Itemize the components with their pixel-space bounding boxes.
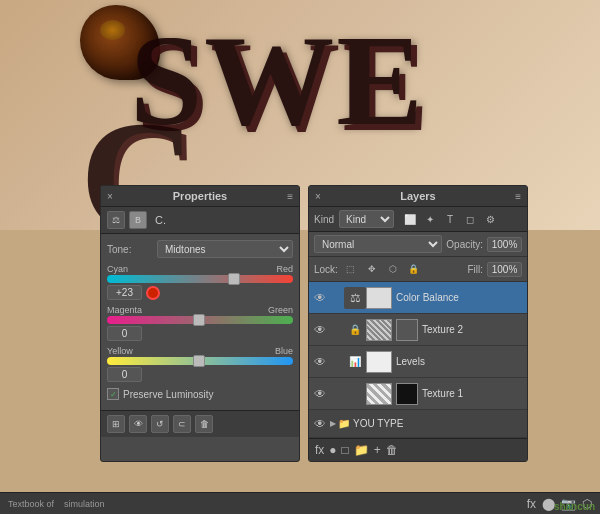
properties-c-label: C. xyxy=(155,214,166,226)
layer-visibility-color-balance[interactable]: 👁 xyxy=(313,291,327,305)
properties-panel: × Properties ≡ ⚖ B C. Tone: Midtones Cya… xyxy=(100,185,300,462)
tone-label: Tone: xyxy=(107,244,157,255)
properties-close-icon[interactable]: × xyxy=(107,191,113,202)
cyan-red-section: Cyan Red xyxy=(107,264,293,300)
b-icon-btn[interactable]: B xyxy=(129,211,147,229)
footer-fx-btn[interactable]: fx xyxy=(315,443,324,457)
layer-name-color-balance: Color Balance xyxy=(396,292,523,303)
lock-artboard-btn[interactable]: ⬡ xyxy=(384,260,402,278)
layers-footer-icons: fx ● □ 📁 + 🗑 xyxy=(315,443,398,457)
fill-input[interactable] xyxy=(487,262,522,277)
layer-visibility-youtype[interactable]: 👁 xyxy=(313,417,327,431)
layers-footer: fx ● □ 📁 + 🗑 xyxy=(309,438,527,461)
footer-icon-reset[interactable]: ↺ xyxy=(151,415,169,433)
properties-collapse-icon[interactable]: ≡ xyxy=(287,191,293,202)
group-arrow-youtype: ▶ xyxy=(330,419,336,428)
footer-new-btn[interactable]: + xyxy=(374,443,381,457)
cyan-red-track[interactable] xyxy=(107,275,293,283)
lock-label: Lock: xyxy=(314,264,338,275)
filter-type-icon[interactable]: T xyxy=(441,210,459,228)
cyan-red-input[interactable] xyxy=(107,285,142,300)
cyan-red-labels: Cyan Red xyxy=(107,264,293,274)
layer-link-color-balance xyxy=(330,292,342,304)
kind-label: Kind xyxy=(314,214,334,225)
footer-icon-eye[interactable]: 👁 xyxy=(129,415,147,433)
cyan-red-value-row xyxy=(107,285,293,300)
lock-icons: ⬚ ✥ ⬡ 🔒 xyxy=(342,260,464,278)
filter-smart-icon[interactable]: ⚙ xyxy=(481,210,499,228)
preserve-label: Preserve Luminosity xyxy=(123,389,214,400)
layer-visibility-texture2[interactable]: 👁 xyxy=(313,323,327,337)
layer-row-color-balance[interactable]: 👁 ⚖ Color Balance xyxy=(309,282,527,314)
layer-name-levels: Levels xyxy=(396,356,523,367)
filter-adjust-icon[interactable]: ✦ xyxy=(421,210,439,228)
layer-mask-texture2 xyxy=(396,319,418,341)
layer-row-youtype[interactable]: 👁 ▶ 📁 YOU TYPE xyxy=(309,410,527,438)
layer-link-levels xyxy=(330,356,342,368)
layer-link-texture2 xyxy=(330,324,342,336)
shancun-watermark: shancun xyxy=(554,501,595,512)
layer-mask-texture1 xyxy=(396,383,418,405)
yellow-blue-input[interactable] xyxy=(107,367,142,382)
preserve-checkbox[interactable]: ✓ xyxy=(107,388,119,400)
footer-icon-copy[interactable]: ⊞ xyxy=(107,415,125,433)
magenta-green-value-row xyxy=(107,326,293,341)
lock-pixel-btn[interactable]: ⬚ xyxy=(342,260,360,278)
yellow-blue-track[interactable] xyxy=(107,357,293,365)
properties-toolbar: ⚖ B C. xyxy=(101,207,299,234)
layer-name-texture2: Texture 2 xyxy=(422,324,523,335)
layer-icon-color-balance: ⚖ xyxy=(344,287,366,309)
properties-footer-icons: ⊞ 👁 ↺ ⊂ 🗑 xyxy=(107,415,213,433)
filter-shape-icon[interactable]: ◻ xyxy=(461,210,479,228)
footer-group-btn[interactable]: 📁 xyxy=(354,443,369,457)
yellow-blue-section: Yellow Blue xyxy=(107,346,293,382)
layer-link-texture1 xyxy=(330,388,342,400)
properties-panel-header: × Properties ≡ xyxy=(101,186,299,207)
status-fx-icon[interactable]: fx xyxy=(527,497,536,511)
layer-icon-texture1 xyxy=(344,383,366,405)
status-text2: simulation xyxy=(64,499,105,509)
properties-title: Properties xyxy=(173,190,227,202)
magenta-green-section: Magenta Green xyxy=(107,305,293,341)
lock-move-btn[interactable]: ✥ xyxy=(363,260,381,278)
green-label: Green xyxy=(268,305,293,315)
layer-row-levels[interactable]: 👁 📊 Levels xyxy=(309,346,527,378)
footer-circle-btn[interactable]: ● xyxy=(329,443,336,457)
blend-mode-select[interactable]: Normal xyxy=(314,235,442,253)
layers-panel-header: × Layers ≡ xyxy=(309,186,527,207)
magenta-green-input[interactable] xyxy=(107,326,142,341)
layer-icon-texture2: 🔒 xyxy=(344,319,366,341)
footer-icon-trash[interactable]: 🗑 xyxy=(195,415,213,433)
magenta-green-track[interactable] xyxy=(107,316,293,324)
layers-kind-toolbar: Kind Kind ⬜ ✦ T ◻ ⚙ xyxy=(309,207,527,232)
layer-name-texture1: Texture 1 xyxy=(422,388,523,399)
lock-all-btn[interactable]: 🔒 xyxy=(405,260,423,278)
layers-collapse-icon[interactable]: ≡ xyxy=(515,191,521,202)
layers-close-icon[interactable]: × xyxy=(315,191,321,202)
panels-area: × Properties ≡ ⚖ B C. Tone: Midtones Cya… xyxy=(100,185,528,462)
preserve-row: ✓ Preserve Luminosity xyxy=(107,388,293,400)
red-label: Red xyxy=(276,264,293,274)
balance-icon-btn[interactable]: ⚖ xyxy=(107,211,125,229)
layer-row-texture1[interactable]: 👁 Texture 1 xyxy=(309,378,527,410)
layer-visibility-texture1[interactable]: 👁 xyxy=(313,387,327,401)
opacity-input[interactable] xyxy=(487,237,522,252)
yellow-label: Yellow xyxy=(107,346,133,356)
tone-select[interactable]: Midtones xyxy=(157,240,293,258)
cyan-red-thumb[interactable] xyxy=(228,273,240,285)
magenta-green-thumb[interactable] xyxy=(193,314,205,326)
footer-delete-btn[interactable]: 🗑 xyxy=(386,443,398,457)
footer-icon-clip[interactable]: ⊂ xyxy=(173,415,191,433)
yellow-blue-value-row xyxy=(107,367,293,382)
kind-select[interactable]: Kind xyxy=(339,210,394,228)
properties-body: Tone: Midtones Cyan Red xyxy=(101,234,299,406)
fill-label: Fill: xyxy=(467,264,483,275)
cyan-label: Cyan xyxy=(107,264,128,274)
layer-visibility-levels[interactable]: 👁 xyxy=(313,355,327,369)
footer-square-btn[interactable]: □ xyxy=(342,443,349,457)
yellow-blue-thumb[interactable] xyxy=(193,355,205,367)
layer-row-texture2[interactable]: 👁 🔒 Texture 2 xyxy=(309,314,527,346)
layer-name-youtype: YOU TYPE xyxy=(353,418,523,429)
filter-pixel-icon[interactable]: ⬜ xyxy=(401,210,419,228)
cyan-red-indicator xyxy=(146,286,160,300)
